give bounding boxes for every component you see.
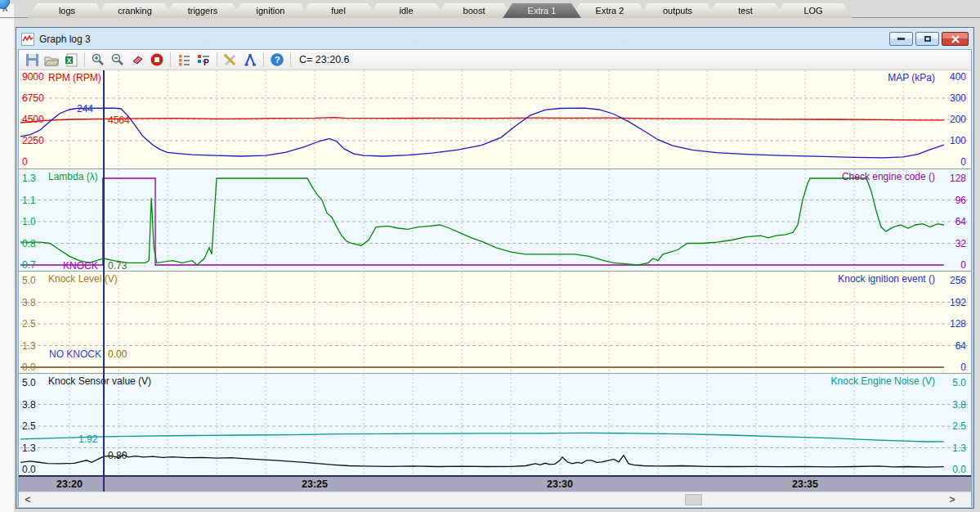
right-axis-tick: 64 [938,216,966,227]
scrollbar-thumb[interactable] [685,494,702,505]
left-scroll-strip: ^ [0,4,15,512]
tools-icon[interactable] [222,52,239,68]
left-axis-tick: 1.1 [22,195,36,206]
right-axis-tick: 400 [938,71,966,83]
cursor-readout: 244 [77,103,93,115]
export-excel-icon[interactable]: X [62,52,80,68]
right-axis-tick: 256 [938,275,966,286]
restore-button[interactable] [915,32,939,46]
left-axis-tick: 2.5 [22,318,36,330]
left-axis-title: Knock Sensor value (V) [48,375,151,387]
time-axis-label: 23:35 [781,478,830,490]
zoom-out-icon[interactable] [109,52,127,68]
graph-log-icon [21,33,34,46]
right-axis-tick: 200 [938,114,966,125]
cursor-readout: 0.80 [108,450,127,461]
window-title: Graph log 3 [39,34,91,45]
time-axis: 23:2023:2523:3023:35 [19,475,971,492]
tab-triggers[interactable]: triggers [163,3,242,18]
cursor-readout: 0.73 [108,260,127,272]
measure-icon[interactable] [241,52,259,68]
left-axis-tick: 1.0 [22,216,36,227]
panel-rpm-map[interactable]: 900067504500225004003002001000RPM (RPM)M… [19,70,971,168]
help-icon[interactable]: ? [268,52,286,68]
chart-area: 900067504500225004003002001000RPM (RPM)M… [19,70,971,492]
cursor-readout: 0.00 [108,348,127,360]
right-axis-title: MAP (kPa) [888,72,935,83]
cursor-time-readout: C= 23:20.6 [299,54,350,65]
right-axis-tick: 0.0 [938,464,966,475]
toolbar-separator [290,52,291,67]
erase-icon[interactable] [128,52,146,68]
tab-outputs[interactable]: outputs [638,3,717,18]
left-axis-tick: 4500 [22,114,44,125]
cursor-readout: KNOCK [63,260,98,272]
save-icon[interactable] [23,52,41,68]
tab-ignition[interactable]: ignition [231,3,310,18]
svg-text:?: ? [275,55,280,65]
desktop: { "tabs": { "items": ["logs","cranking",… [0,0,980,512]
tab-logs[interactable]: logs [28,3,106,18]
horizontal-scrollbar[interactable]: < > [19,492,971,507]
tab-extra-1[interactable]: Extra 1 [503,3,581,18]
scroll-left-arrow[interactable]: < [20,492,35,507]
right-axis-tick: 64 [938,340,966,352]
restore-icon [924,36,931,42]
tab-log[interactable]: LOG [774,3,852,18]
zoom-in-icon[interactable] [89,52,107,68]
right-axis-tick: 192 [938,297,966,308]
right-axis-tick: 3.8 [938,399,966,411]
cursor-readout: NO KNOCK [49,348,101,360]
left-axis-tick: 0.0 [22,362,36,373]
tab-test[interactable]: test [706,3,785,18]
right-axis-title: Knock ignition event () [838,273,935,285]
minimize-icon [897,38,905,40]
right-axis-tick: 300 [938,92,966,104]
right-axis-tick: 1.3 [938,442,966,454]
left-axis-tick: 1.3 [22,442,36,454]
toolbar-separator [170,52,171,67]
tab-idle[interactable]: idle [367,3,445,18]
toolbar-separator [217,52,217,67]
panel-knocklevel-knockign[interactable]: 5.03.82.51.30.0256192128640Knock Level (… [19,271,971,373]
time-axis-label: 23:30 [535,478,584,490]
legend-icon[interactable] [175,52,193,68]
toolbar-separator [84,52,85,67]
tab-cranking[interactable]: cranking [96,3,174,18]
panel-knocksensor-enginenoise[interactable]: 5.03.82.51.30.05.03.82.51.30.0Knock Sens… [19,373,971,475]
minimize-button[interactable] [889,32,913,46]
right-axis-tick: 128 [938,318,966,330]
tab-fuel[interactable]: fuel [299,3,378,18]
tab-extra-2[interactable]: Extra 2 [571,3,649,18]
window-body: X P ? C= 23:20.6 90006750450022500400300… [18,49,972,506]
left-axis-tick: 2250 [22,135,44,146]
right-axis-tick: 2.5 [938,420,966,432]
record-stop-icon[interactable] [148,52,166,68]
tab-strip: logscrankingtriggersignitionfuelidleboos… [0,3,980,18]
close-button[interactable] [942,32,969,46]
left-axis-tick: 5.0 [22,275,36,286]
legend-p-icon[interactable]: P [195,52,213,68]
graph-log-window: Graph log 3 X P ? [16,27,974,509]
right-axis-tick: 5.0 [938,377,966,388]
toolbar: X P ? C= 23:20.6 [19,50,971,70]
time-axis-label: 23:25 [290,478,339,490]
left-axis-tick: 0.7 [22,259,36,271]
left-axis-tick: 0.0 [22,464,36,475]
right-axis-tick: 96 [938,195,966,206]
tab-boost[interactable]: boost [435,3,513,18]
panel-lambda-checkengine[interactable]: 1.31.11.00.80.71289664320Lambda (λ)Check… [19,168,971,271]
left-axis-tick: 1.3 [22,173,36,184]
left-axis-tick: 3.8 [22,297,36,308]
left-axis-tick: 9000 [22,71,44,83]
left-axis-title: Knock Level (V) [48,273,118,285]
right-axis-tick: 0 [938,156,966,168]
cursor-line[interactable] [103,70,105,492]
open-folder-icon[interactable] [43,52,60,68]
toolbar-separator [263,52,264,67]
close-icon [951,35,960,43]
scroll-right-arrow[interactable]: > [945,492,960,507]
left-axis-tick: 1.3 [22,340,36,352]
left-axis-tick: 0 [22,156,28,168]
window-titlebar[interactable]: Graph log 3 [18,29,972,49]
